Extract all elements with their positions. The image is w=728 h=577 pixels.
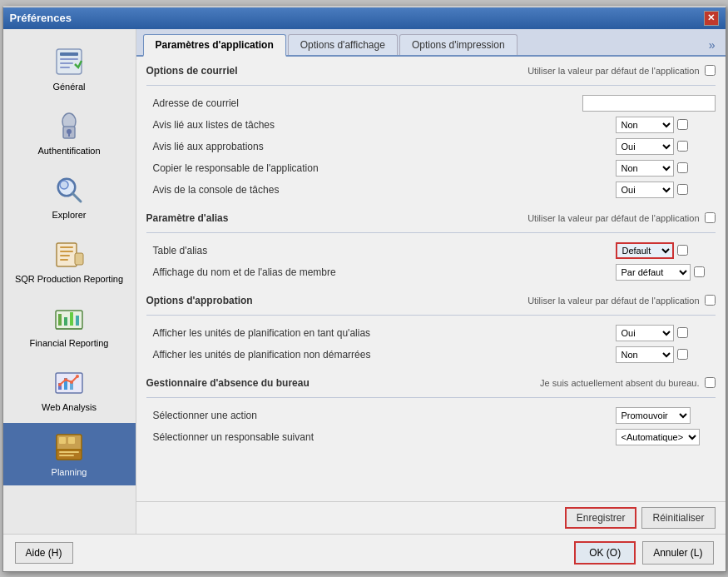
planning-units-alias-select[interactable]: Oui Non: [616, 325, 674, 341]
dialog-footer: Aide (H) OK (O) Annuler (L): [3, 534, 726, 571]
approval-notice-label: Avis lié aux approbations: [146, 141, 616, 152]
svg-rect-36: [68, 437, 75, 444]
svg-rect-4: [60, 67, 70, 68]
sidebar-item-webanalysis[interactable]: Web Analysis: [3, 358, 136, 420]
select-next-manager-control: <Automatique>: [616, 429, 716, 445]
reset-button[interactable]: Réinitialiser: [641, 507, 715, 529]
approval-notice-checkbox[interactable]: [677, 141, 688, 152]
approval-default-checkbox[interactable]: [705, 295, 716, 306]
planning-icon: [52, 430, 86, 464]
svg-rect-22: [70, 312, 73, 326]
section-absence-default: Je suis actuellement absent du bureau.: [540, 377, 715, 388]
sidebar-item-webanalysis-label: Web Analysis: [42, 402, 97, 413]
task-console-checkbox[interactable]: [677, 184, 688, 195]
sidebar-item-auth[interactable]: Authentification: [3, 102, 136, 164]
svg-rect-18: [75, 253, 83, 265]
approval-notice-row: Avis lié aux approbations Oui Non: [146, 136, 716, 157]
footer-left: Aide (H): [15, 542, 73, 564]
email-address-control: [582, 95, 716, 112]
select-action-row: Sélectionner une action Promouvoir: [146, 405, 716, 426]
task-console-row: Avis de la console de tâches Oui Non: [146, 179, 716, 201]
member-alias-row: Affichage du nom et de l'alias de membre…: [146, 261, 716, 283]
help-button[interactable]: Aide (H): [15, 542, 73, 564]
alias-default-label: Utiliser la valeur par défaut de l'appli…: [527, 213, 699, 223]
select-action-label: Sélectionner une action: [146, 410, 616, 421]
save-button[interactable]: Enregistrer: [565, 507, 637, 529]
svg-point-29: [58, 383, 62, 386]
alias-table-row: Table d'alias Default: [146, 240, 716, 261]
tab-expand-button[interactable]: »: [706, 35, 719, 55]
section-approval-default: Utiliser la valeur par défaut de l'appli…: [527, 295, 715, 306]
section-email-title: Options de courriel: [146, 65, 238, 77]
unstarted-units-select[interactable]: Non Oui: [616, 346, 674, 363]
close-button[interactable]: ✕: [704, 11, 719, 26]
copy-manager-checkbox[interactable]: [677, 162, 688, 173]
tab-app-params[interactable]: Paramètres d'application: [143, 34, 286, 57]
alias-table-checkbox[interactable]: [677, 245, 688, 256]
svg-line-12: [72, 193, 81, 201]
sidebar-item-sqr[interactable]: SQR Production Reporting: [3, 230, 136, 292]
unstarted-units-label: Afficher les unités de planification non…: [146, 349, 616, 361]
absence-default-checkbox[interactable]: [705, 377, 716, 388]
task-list-select[interactable]: Non Oui: [616, 117, 674, 133]
section-approval: Options d'approbation Utiliser la valeur…: [146, 295, 716, 366]
section-absence-title: Gestionnaire d'absence du bureau: [146, 377, 310, 389]
general-icon: [52, 45, 86, 78]
sidebar-item-general[interactable]: Général: [3, 37, 136, 100]
email-default-checkbox[interactable]: [705, 65, 716, 76]
sidebar-item-planning[interactable]: Planning: [3, 423, 136, 485]
section-alias: Paramètre d'alias Utiliser la valeur par…: [146, 212, 716, 283]
sidebar-item-explorer-label: Explorer: [52, 210, 87, 221]
planning-units-alias-row: Afficher les unités de planification en …: [146, 322, 716, 344]
member-alias-select[interactable]: Par défaut: [616, 264, 691, 281]
sidebar-item-planning-label: Planning: [52, 467, 87, 478]
task-console-select[interactable]: Oui Non: [616, 182, 674, 198]
email-divider: [146, 85, 716, 86]
member-alias-checkbox[interactable]: [694, 266, 705, 277]
unstarted-units-checkbox[interactable]: [677, 349, 688, 360]
absence-divider: [146, 397, 716, 398]
copy-manager-control: Non Oui: [616, 160, 716, 177]
approval-notice-select[interactable]: Oui Non: [616, 138, 674, 155]
task-list-checkbox[interactable]: [677, 119, 688, 130]
dialog-title: Préférences: [10, 12, 72, 24]
section-alias-title: Paramètre d'alias: [146, 212, 229, 224]
svg-rect-17: [60, 259, 68, 261]
section-alias-header: Paramètre d'alias Utiliser la valeur par…: [146, 212, 716, 227]
alias-table-select[interactable]: Default: [616, 242, 674, 259]
select-action-control: Promouvoir: [616, 407, 716, 424]
tab-print-options[interactable]: Options d'impression: [399, 34, 518, 55]
preferences-dialog: Préférences ✕ Général: [2, 6, 726, 572]
task-console-label: Avis de la console de tâches: [146, 184, 616, 196]
tab-display-options[interactable]: Options d'affichage: [288, 34, 398, 55]
select-action-select[interactable]: Promouvoir: [616, 407, 691, 424]
sidebar-item-sqr-label: SQR Production Reporting: [15, 274, 123, 285]
svg-rect-21: [64, 317, 67, 326]
svg-point-31: [70, 381, 73, 384]
select-next-manager-label: Sélectionner un responsable suivant: [146, 431, 616, 443]
sidebar-item-financial[interactable]: Financial Reporting: [3, 294, 136, 356]
email-address-row: Adresse de courriel: [146, 92, 716, 114]
financial-icon: [52, 301, 86, 335]
email-address-input[interactable]: [582, 95, 716, 112]
cancel-button[interactable]: Annuler (L): [642, 541, 713, 565]
section-approval-title: Options d'approbation: [146, 295, 253, 306]
member-alias-control: Par défaut: [616, 264, 716, 281]
copy-manager-label: Copier le responsable de l'application: [146, 162, 616, 174]
alias-default-checkbox[interactable]: [705, 212, 716, 223]
planning-units-alias-control: Oui Non: [616, 325, 716, 341]
panel-content: Options de courriel Utiliser la valeur p…: [136, 57, 726, 501]
sidebar-item-explorer[interactable]: Explorer: [3, 166, 136, 228]
auth-icon: [52, 109, 86, 142]
select-next-manager-select[interactable]: <Automatique>: [616, 429, 700, 445]
email-address-label: Adresse de courriel: [146, 97, 582, 109]
svg-rect-16: [60, 255, 70, 256]
email-default-label: Utiliser la valeur par défaut de l'appli…: [527, 66, 699, 76]
planning-units-alias-checkbox[interactable]: [677, 327, 688, 338]
section-alias-default: Utiliser la valeur par défaut de l'appli…: [527, 212, 715, 223]
copy-manager-row: Copier le responsable de l'application N…: [146, 157, 716, 179]
ok-button[interactable]: OK (O): [574, 541, 636, 565]
copy-manager-select[interactable]: Non Oui: [616, 160, 674, 177]
svg-rect-23: [76, 316, 79, 326]
unstarted-units-control: Non Oui: [616, 346, 716, 363]
